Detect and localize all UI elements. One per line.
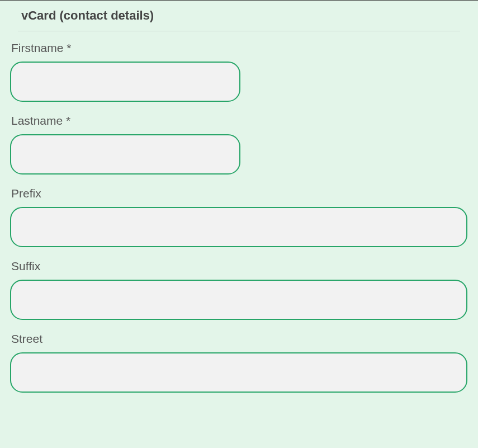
- label-firstname: Firstname *: [11, 41, 468, 55]
- field-firstname: Firstname *: [10, 41, 468, 102]
- label-street: Street: [11, 332, 468, 346]
- section-header: vCard (contact details): [10, 1, 468, 31]
- vcard-form: vCard (contact details) Firstname * Last…: [0, 0, 478, 393]
- field-prefix: Prefix: [10, 187, 468, 247]
- firstname-input[interactable]: [10, 62, 240, 102]
- field-lastname: Lastname *: [10, 114, 468, 175]
- lastname-input[interactable]: [10, 134, 240, 175]
- suffix-input[interactable]: [10, 280, 467, 320]
- label-suffix: Suffix: [11, 260, 468, 273]
- field-suffix: Suffix: [10, 260, 468, 320]
- field-street: Street: [10, 332, 468, 393]
- street-input[interactable]: [10, 352, 467, 393]
- prefix-input[interactable]: [10, 207, 467, 247]
- form-body: Firstname * Lastname * Prefix Suffix Str…: [10, 31, 468, 393]
- label-lastname: Lastname *: [11, 114, 468, 128]
- section-title: vCard (contact details): [21, 8, 468, 23]
- label-prefix: Prefix: [11, 187, 468, 200]
